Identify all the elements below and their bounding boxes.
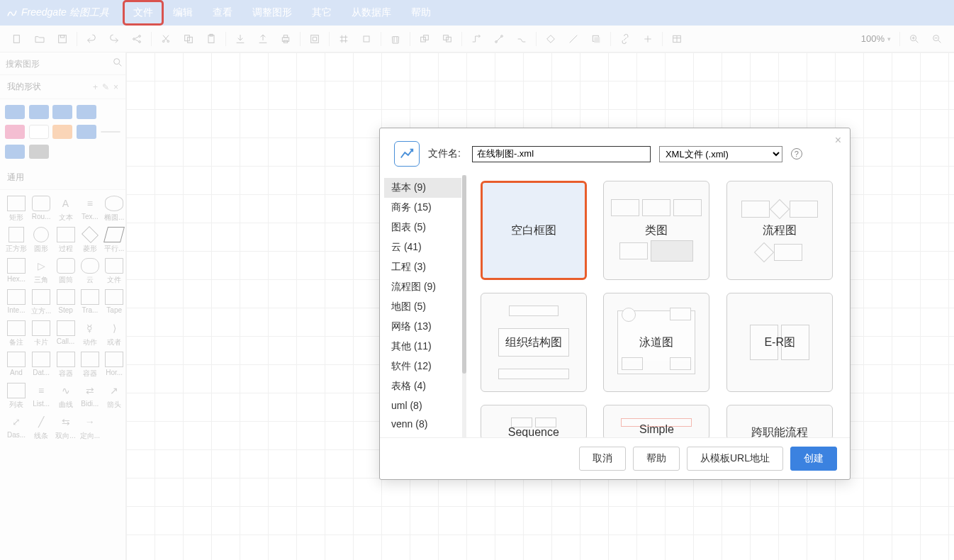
from-template-url-button[interactable]: 从模板URL地址	[687, 447, 783, 471]
template-flowchart[interactable]: 流程图	[722, 181, 837, 280]
dialog-footer: 取消 帮助 从模板URL地址 创建	[380, 437, 850, 479]
template-er-diagram[interactable]: E-R图	[722, 293, 837, 392]
category-basic[interactable]: 基本 (9)	[384, 178, 461, 198]
help-icon[interactable]: ?	[791, 148, 802, 159]
category-cloud[interactable]: 云 (41)	[384, 237, 461, 257]
category-business[interactable]: 商务 (15)	[384, 198, 461, 218]
category-venn[interactable]: venn (8)	[384, 415, 461, 433]
filetype-select[interactable]: XML文件 (.xml)	[659, 146, 782, 162]
create-button[interactable]: 创建	[790, 447, 837, 471]
new-file-dialog: × 文件名: XML文件 (.xml) ? 基本 (9) 商务 (15) 图表 …	[379, 128, 851, 480]
template-orgchart[interactable]: 组织结构图	[476, 293, 591, 392]
template-class-diagram[interactable]: 类图	[600, 181, 714, 280]
category-software[interactable]: 软件 (12)	[384, 357, 461, 376]
template-category-list: 基本 (9) 商务 (15) 图表 (5) 云 (41) 工程 (3) 流程图 …	[384, 175, 462, 437]
category-wireframe[interactable]: 线框图 (5)	[384, 433, 461, 437]
category-table[interactable]: 表格 (4)	[384, 376, 461, 396]
template-blank[interactable]: 空白框图	[476, 181, 591, 280]
help-button[interactable]: 帮助	[633, 447, 680, 471]
template-sequence[interactable]: Sequence	[476, 405, 591, 437]
category-flowchart[interactable]: 流程图 (9)	[384, 277, 461, 297]
template-crossfunctional[interactable]: 跨职能流程	[722, 405, 837, 437]
dialog-body: 基本 (9) 商务 (15) 图表 (5) 云 (41) 工程 (3) 流程图 …	[380, 175, 850, 437]
template-grid: 空白框图 类图	[471, 175, 846, 437]
template-simple[interactable]: Simple	[600, 405, 714, 437]
dialog-overlay: × 文件名: XML文件 (.xml) ? 基本 (9) 商务 (15) 图表 …	[0, 0, 954, 560]
filename-input[interactable]	[472, 146, 651, 162]
category-chart[interactable]: 图表 (5)	[384, 218, 461, 237]
category-uml[interactable]: uml (8)	[384, 396, 461, 415]
template-swimlane[interactable]: 泳道图	[600, 293, 714, 392]
filename-label: 文件名:	[428, 147, 461, 160]
category-scrollbar[interactable]	[462, 175, 466, 437]
category-engineering[interactable]: 工程 (3)	[384, 257, 461, 277]
dialog-close-icon[interactable]: ×	[835, 134, 841, 147]
dialog-header: 文件名: XML文件 (.xml) ?	[380, 128, 850, 175]
cancel-button[interactable]: 取消	[579, 447, 626, 471]
category-network[interactable]: 网络 (13)	[384, 317, 461, 337]
category-map[interactable]: 地图 (5)	[384, 297, 461, 317]
dialog-logo-icon	[394, 141, 420, 167]
category-other[interactable]: 其他 (11)	[384, 337, 461, 357]
